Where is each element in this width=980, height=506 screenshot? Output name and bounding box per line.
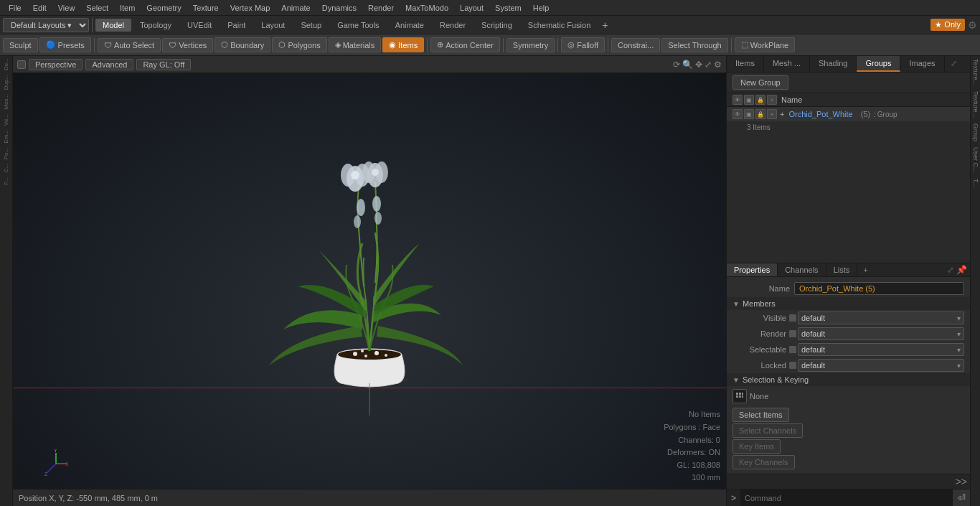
keying-section-header[interactable]: ▼ Selection & Keying [727, 373, 970, 386]
menu-select[interactable]: Select [80, 2, 114, 14]
left-label-ve[interactable]: Ve... [2, 112, 10, 128]
groups-list[interactable]: 👁 ▣ 🔒 + + Orchid_Pot_White (5) : Group 3… [727, 107, 970, 263]
gi-expand[interactable]: + [780, 110, 784, 118]
menu-system[interactable]: System [489, 2, 527, 14]
vp-icon-rotate[interactable]: ⟳ [673, 60, 680, 70]
raygl-button[interactable]: Ray GL: Off [136, 59, 191, 70]
gi-extra[interactable]: + [767, 109, 777, 119]
settings-icon[interactable]: ⚙ [968, 19, 977, 31]
auto-select-button[interactable]: 🛡 Auto Select [98, 38, 161, 52]
props-tab-channels[interactable]: Channels [778, 263, 826, 276]
symmetry-button[interactable]: Symmetry [507, 38, 555, 52]
vp-icon-pan[interactable]: ✥ [695, 60, 702, 70]
frs-texture2[interactable]: Texture... [971, 88, 980, 121]
tab-groups[interactable]: Groups [857, 56, 900, 72]
menu-view[interactable]: View [52, 2, 81, 14]
vp-icon-settings[interactable]: ⚙ [714, 60, 722, 70]
tab-uvedit[interactable]: UVEdit [180, 19, 219, 32]
tab-schematic[interactable]: Schematic Fusion [521, 19, 598, 32]
left-label-po[interactable]: Po... [2, 146, 10, 161]
items-button[interactable]: ◉ Items [382, 37, 424, 52]
gi-lock[interactable]: 🔒 [755, 109, 765, 119]
action-center-button[interactable]: ⊕ Action Center [430, 37, 500, 52]
panel-forward-icon[interactable]: >> [956, 476, 967, 487]
add-props-tab[interactable]: + [857, 263, 873, 276]
left-label-em[interactable]: Em... [2, 128, 10, 146]
props-tab-properties[interactable]: Properties [727, 263, 778, 276]
viewport-toggle[interactable] [17, 60, 26, 69]
menu-vertexmap[interactable]: Vertex Map [225, 2, 276, 14]
menu-file[interactable]: File [3, 2, 27, 14]
tab-items[interactable]: Items [727, 56, 764, 72]
visible-dropdown[interactable]: default ▾ [798, 311, 964, 324]
frs-userc[interactable]: User C... [971, 144, 980, 176]
col-icon-lock[interactable]: 🔒 [755, 95, 765, 105]
menu-geometry[interactable]: Geometry [141, 2, 187, 14]
tab-scripting[interactable]: Scripting [474, 19, 519, 32]
col-icon-extra[interactable]: + [767, 95, 777, 105]
key-items-button[interactable]: Key Items [732, 439, 781, 454]
constrain-button[interactable]: Constrai... [611, 38, 660, 52]
falloff-button[interactable]: ◎ Falloff [561, 37, 605, 52]
gi-render[interactable]: ▣ [744, 109, 754, 119]
new-group-button[interactable]: New Group [732, 75, 788, 90]
boundary-button[interactable]: ⬡ Boundary [215, 37, 270, 52]
viewport-canvas[interactable]: No Items Polygons : Face Channels: 0 Def… [13, 73, 726, 489]
frs-t[interactable]: T... [971, 176, 980, 190]
menu-render[interactable]: Render [362, 2, 400, 14]
tab-gametools[interactable]: Game Tools [330, 19, 387, 32]
sculpt-button[interactable]: Sculpt [3, 38, 38, 52]
left-label-mes[interactable]: Mes... [2, 92, 10, 112]
expand-panel-button[interactable]: ⤢ [945, 56, 963, 72]
tab-shading[interactable]: Shading [810, 56, 857, 72]
layout-dropdown[interactable]: Default Layouts ▾ [3, 18, 89, 32]
select-through-button[interactable]: Select Through [661, 38, 727, 52]
name-input[interactable] [794, 282, 964, 295]
menu-layout[interactable]: Layout [454, 2, 489, 14]
perspective-button[interactable]: Perspective [29, 59, 83, 70]
left-label-c[interactable]: C... [2, 161, 10, 174]
frs-group[interactable]: Group [971, 121, 980, 144]
selectable-dropdown[interactable]: default ▾ [798, 343, 964, 356]
locked-dropdown[interactable]: default ▾ [798, 359, 964, 372]
left-label-dup[interactable]: Dup... [2, 72, 10, 92]
tab-paint[interactable]: Paint [220, 19, 253, 32]
materials-button[interactable]: ◈ Materials [329, 37, 382, 52]
group-item-orchid[interactable]: 👁 ▣ 🔒 + + Orchid_Pot_White (5) : Group [727, 107, 970, 122]
cmd-submit-button[interactable]: ⏎ [953, 489, 970, 507]
col-icon-eye[interactable]: 👁 [732, 95, 743, 105]
menu-animate[interactable]: Animate [275, 2, 316, 14]
members-section-header[interactable]: ▼ Members [727, 297, 970, 310]
col-icon-render[interactable]: ▣ [744, 95, 754, 105]
left-label-f[interactable]: F... [2, 175, 10, 187]
tab-render[interactable]: Render [433, 19, 473, 32]
menu-dynamics[interactable]: Dynamics [316, 2, 362, 14]
tab-model[interactable]: Model [95, 19, 131, 32]
props-tab-lists[interactable]: Lists [826, 263, 858, 276]
add-layout-button[interactable]: + [599, 19, 611, 31]
select-channels-button[interactable]: Select Channels [732, 423, 803, 438]
frs-texture1[interactable]: Texture... [971, 56, 980, 88]
tab-mesh[interactable]: Mesh ... [764, 56, 810, 72]
keying-dot-icon[interactable] [732, 389, 747, 403]
menu-texture[interactable]: Texture [187, 2, 225, 14]
render-dropdown[interactable]: default ▾ [798, 327, 964, 340]
polygons-button[interactable]: ⬡ Polygons [272, 37, 326, 52]
left-label-de[interactable]: De... [2, 56, 10, 72]
menu-item[interactable]: Item [114, 2, 141, 14]
tab-topology[interactable]: Topology [133, 19, 179, 32]
presets-button[interactable]: 🔵 Presets [39, 37, 91, 52]
tab-animate[interactable]: Animate [388, 19, 431, 32]
props-pin-icon[interactable]: 📌 [956, 265, 967, 275]
star-only-badge[interactable]: ★ Only [930, 19, 965, 31]
advanced-button[interactable]: Advanced [85, 59, 133, 70]
vertices-button[interactable]: 🛡 Vertices [162, 38, 213, 52]
tab-layout[interactable]: Layout [254, 19, 292, 32]
select-items-button[interactable]: Select Items [732, 408, 789, 422]
props-expand-icon[interactable]: ⤢ [947, 265, 954, 275]
workplane-button[interactable]: ⬚ WorkPlane [735, 37, 796, 52]
menu-maxtomodo[interactable]: MaxToModo [400, 2, 454, 14]
tab-setup[interactable]: Setup [293, 19, 329, 32]
command-input[interactable] [740, 489, 953, 506]
gi-eye[interactable]: 👁 [732, 109, 743, 119]
